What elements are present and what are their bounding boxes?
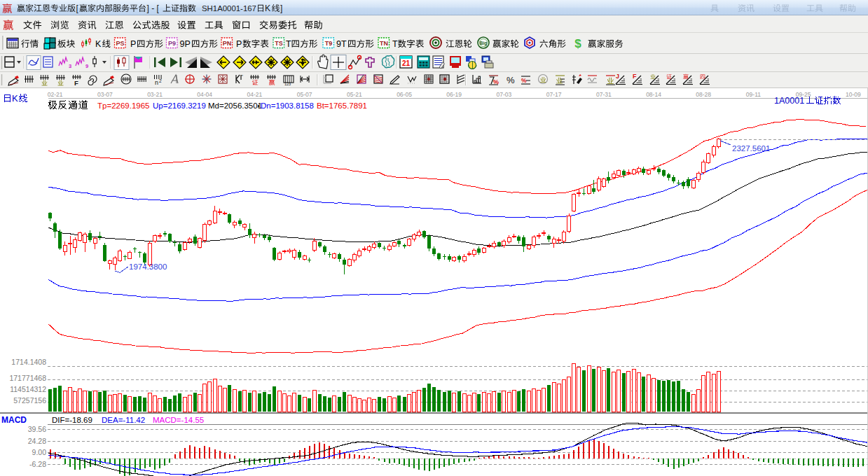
svg-text:9P: 9P <box>180 39 191 49</box>
svg-text:T9: T9 <box>325 40 333 47</box>
svg-text:P9: P9 <box>168 40 176 47</box>
svg-text:n: n <box>155 79 158 86</box>
svg-text:]: ] <box>280 4 282 13</box>
svg-text:1974.3800: 1974.3800 <box>129 262 167 271</box>
svg-text:PS: PS <box>116 40 124 47</box>
svg-text:03-21: 03-21 <box>147 91 163 98</box>
svg-text:-6.28: -6.28 <box>29 460 46 468</box>
svg-text:114514312: 114514312 <box>10 385 46 393</box>
svg-text:Big: Big <box>480 41 488 46</box>
svg-text:05-07: 05-07 <box>297 91 312 98</box>
svg-text:K: K <box>265 4 271 13</box>
svg-text:57257156: 57257156 <box>13 396 46 405</box>
svg-text:04-04: 04-04 <box>197 91 212 98</box>
svg-text:PN: PN <box>223 40 232 47</box>
svg-text:9T: 9T <box>336 39 347 49</box>
svg-text:9: 9 <box>85 63 88 69</box>
svg-text:T: T <box>286 39 291 49</box>
svg-text:K: K <box>95 39 102 49</box>
svg-text:21: 21 <box>402 59 411 67</box>
svg-text:T: T <box>392 39 398 49</box>
svg-text:%: % <box>521 77 527 84</box>
svg-text:P: P <box>236 39 242 49</box>
svg-text:3: 3 <box>69 63 71 69</box>
svg-text:$: $ <box>574 37 581 50</box>
svg-text:Md=2056.3501: Md=2056.3501 <box>208 102 262 110</box>
svg-text:%: % <box>507 75 515 85</box>
svg-text:08-28: 08-28 <box>696 91 711 98</box>
svg-text:24.28: 24.28 <box>28 437 46 445</box>
svg-text:P: P <box>130 39 136 49</box>
svg-text:1714.1408: 1714.1408 <box>11 358 46 366</box>
svg-text:171771468: 171771468 <box>9 374 46 382</box>
svg-text:MACD: MACD <box>1 415 27 425</box>
svg-text:F: F <box>633 73 637 80</box>
svg-text:TN: TN <box>380 40 388 47</box>
svg-text:Up=2169.3219: Up=2169.3219 <box>153 102 206 110</box>
svg-text:1A0001: 1A0001 <box>774 96 804 106</box>
svg-text:10-09: 10-09 <box>846 91 861 98</box>
svg-text:06-19: 06-19 <box>446 91 462 98</box>
svg-text:09-11: 09-11 <box>746 91 761 98</box>
svg-text:MACD=-14.55: MACD=-14.55 <box>153 416 204 424</box>
svg-text:TS: TS <box>275 40 283 47</box>
svg-text:2327.5601: 2327.5601 <box>732 144 770 153</box>
svg-text:2: 2 <box>159 78 162 83</box>
svg-text:123: 123 <box>284 82 291 86</box>
svg-text:": " <box>241 74 243 80</box>
svg-text:9.00: 9.00 <box>32 448 47 456</box>
svg-text:39.56: 39.56 <box>28 425 46 433</box>
svg-text:Tp=2269.1965: Tp=2269.1965 <box>97 102 150 110</box>
svg-text:SH1A0001-167: SH1A0001-167 <box>202 4 256 13</box>
svg-text:03-07: 03-07 <box>97 91 113 98</box>
svg-text:07-17: 07-17 <box>546 91 562 98</box>
svg-text:07-31: 07-31 <box>596 91 612 98</box>
svg-text:04-21: 04-21 <box>247 91 263 98</box>
svg-text:DEA=-11.42: DEA=-11.42 <box>102 416 145 424</box>
svg-text:Bt=1765.7891: Bt=1765.7891 <box>317 102 367 110</box>
svg-text:J: J <box>616 73 619 80</box>
svg-text:07-03: 07-03 <box>497 91 512 98</box>
svg-text:DIF=-18.69: DIF=-18.69 <box>52 416 92 424</box>
svg-text:F: F <box>74 79 78 87</box>
svg-text:Dn=1903.8158: Dn=1903.8158 <box>261 102 314 110</box>
svg-text:02-21: 02-21 <box>48 91 63 98</box>
svg-text:05-21: 05-21 <box>347 91 362 98</box>
svg-text:] - [: ] - [ <box>147 4 160 13</box>
svg-text:K: K <box>12 93 18 104</box>
svg-text:06-05: 06-05 <box>397 91 412 98</box>
svg-text:08-14: 08-14 <box>646 91 661 98</box>
